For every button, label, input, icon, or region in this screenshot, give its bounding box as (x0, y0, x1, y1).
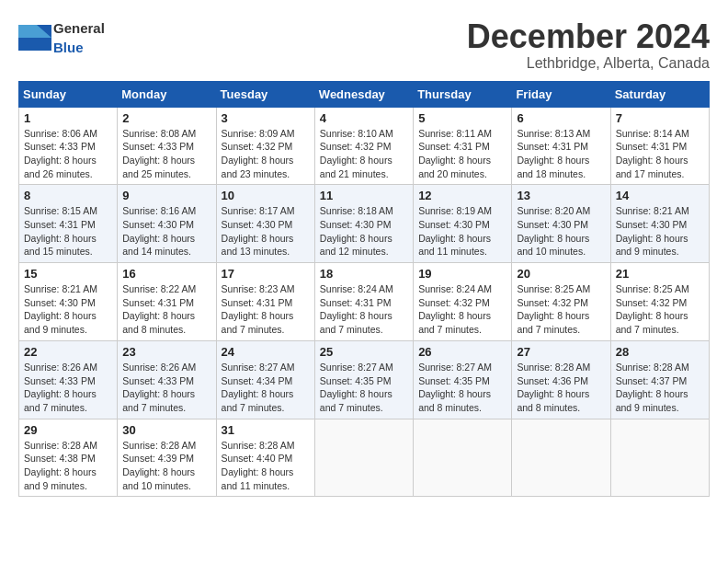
day-info: Sunrise: 8:23 AMSunset: 4:31 PMDaylight:… (222, 283, 295, 335)
calendar-cell: 12Sunrise: 8:19 AMSunset: 4:30 PMDayligh… (414, 185, 512, 263)
weekday-wednesday: Wednesday (314, 81, 413, 107)
calendar-cell: 7Sunrise: 8:14 AMSunset: 4:31 PMDaylight… (610, 107, 709, 185)
day-number: 20 (517, 267, 605, 281)
day-info: Sunrise: 8:18 AMSunset: 4:30 PMDaylight:… (320, 205, 393, 257)
day-number: 30 (122, 423, 210, 437)
calendar-cell: 23Sunrise: 8:26 AMSunset: 4:33 PMDayligh… (118, 340, 216, 419)
day-info: Sunrise: 8:26 AMSunset: 4:33 PMDaylight:… (122, 362, 196, 413)
calendar-cell: 21Sunrise: 8:25 AMSunset: 4:32 PMDayligh… (610, 263, 709, 341)
day-info: Sunrise: 8:25 AMSunset: 4:32 PMDaylight:… (517, 283, 590, 335)
day-number: 27 (517, 345, 605, 359)
calendar-cell: 14Sunrise: 8:21 AMSunset: 4:30 PMDayligh… (610, 185, 709, 263)
svg-rect-0 (18, 38, 51, 51)
day-info: Sunrise: 8:17 AMSunset: 4:30 PMDaylight:… (222, 205, 295, 257)
day-number: 9 (122, 189, 210, 202)
calendar-cell: 29Sunrise: 8:28 AMSunset: 4:38 PMDayligh… (19, 419, 118, 497)
calendar-cell: 22Sunrise: 8:26 AMSunset: 4:33 PMDayligh… (19, 340, 118, 419)
calendar-cell: 19Sunrise: 8:24 AMSunset: 4:32 PMDayligh… (414, 263, 512, 341)
calendar-cell: 5Sunrise: 8:11 AMSunset: 4:31 PMDaylight… (414, 107, 512, 185)
day-info: Sunrise: 8:24 AMSunset: 4:32 PMDaylight:… (418, 283, 492, 335)
calendar-table: SundayMondayTuesdayWednesdayThursdayFrid… (18, 81, 710, 498)
day-number: 4 (320, 111, 408, 125)
day-number: 14 (616, 189, 704, 202)
calendar-cell (314, 419, 413, 497)
day-number: 5 (418, 111, 506, 125)
weekday-header-row: SundayMondayTuesdayWednesdayThursdayFrid… (19, 81, 710, 107)
day-number: 10 (222, 189, 310, 202)
calendar-cell: 27Sunrise: 8:28 AMSunset: 4:36 PMDayligh… (512, 340, 610, 419)
day-number: 11 (320, 189, 408, 202)
day-number: 12 (418, 189, 506, 202)
calendar-body: 1Sunrise: 8:06 AMSunset: 4:33 PMDaylight… (19, 107, 710, 497)
week-row-2: 8Sunrise: 8:15 AMSunset: 4:31 PMDaylight… (19, 185, 710, 263)
day-info: Sunrise: 8:08 AMSunset: 4:33 PMDaylight:… (122, 128, 196, 179)
day-info: Sunrise: 8:11 AMSunset: 4:31 PMDaylight:… (418, 128, 492, 179)
week-row-3: 15Sunrise: 8:21 AMSunset: 4:30 PMDayligh… (19, 263, 710, 341)
weekday-thursday: Thursday (414, 81, 512, 107)
day-info: Sunrise: 8:13 AMSunset: 4:31 PMDaylight:… (517, 128, 590, 179)
logo: General Blue (18, 18, 105, 57)
day-number: 6 (517, 111, 605, 125)
calendar-cell: 13Sunrise: 8:20 AMSunset: 4:30 PMDayligh… (512, 185, 610, 263)
calendar-cell: 2Sunrise: 8:08 AMSunset: 4:33 PMDaylight… (118, 107, 216, 185)
day-info: Sunrise: 8:28 AMSunset: 4:40 PMDaylight:… (222, 440, 295, 491)
day-info: Sunrise: 8:16 AMSunset: 4:30 PMDaylight:… (122, 205, 196, 257)
weekday-sunday: Sunday (19, 81, 118, 107)
day-info: Sunrise: 8:19 AMSunset: 4:30 PMDaylight:… (418, 205, 492, 257)
day-info: Sunrise: 8:21 AMSunset: 4:30 PMDaylight:… (24, 283, 97, 335)
title-block: December 2024 Lethbridge, Alberta, Canad… (467, 18, 710, 72)
day-info: Sunrise: 8:20 AMSunset: 4:30 PMDaylight:… (517, 205, 590, 257)
day-info: Sunrise: 8:21 AMSunset: 4:30 PMDaylight:… (616, 205, 689, 257)
month-title: December 2024 (467, 18, 710, 55)
day-number: 25 (320, 345, 408, 359)
calendar-cell: 1Sunrise: 8:06 AMSunset: 4:33 PMDaylight… (19, 107, 118, 185)
calendar-cell: 10Sunrise: 8:17 AMSunset: 4:30 PMDayligh… (216, 185, 314, 263)
calendar-cell: 20Sunrise: 8:25 AMSunset: 4:32 PMDayligh… (512, 263, 610, 341)
day-number: 26 (418, 345, 506, 359)
calendar-cell: 30Sunrise: 8:28 AMSunset: 4:39 PMDayligh… (118, 419, 216, 497)
day-info: Sunrise: 8:27 AMSunset: 4:35 PMDaylight:… (320, 362, 393, 413)
calendar-cell: 15Sunrise: 8:21 AMSunset: 4:30 PMDayligh… (19, 263, 118, 341)
calendar-cell: 25Sunrise: 8:27 AMSunset: 4:35 PMDayligh… (314, 340, 413, 419)
calendar-cell: 26Sunrise: 8:27 AMSunset: 4:35 PMDayligh… (414, 340, 512, 419)
day-number: 24 (222, 345, 310, 359)
day-info: Sunrise: 8:27 AMSunset: 4:34 PMDaylight:… (222, 362, 295, 413)
week-row-1: 1Sunrise: 8:06 AMSunset: 4:33 PMDaylight… (19, 107, 710, 185)
weekday-monday: Monday (118, 81, 216, 107)
weekday-tuesday: Tuesday (216, 81, 314, 107)
calendar-cell: 3Sunrise: 8:09 AMSunset: 4:32 PMDaylight… (216, 107, 314, 185)
calendar-cell: 18Sunrise: 8:24 AMSunset: 4:31 PMDayligh… (314, 263, 413, 341)
calendar-cell: 6Sunrise: 8:13 AMSunset: 4:31 PMDaylight… (512, 107, 610, 185)
day-info: Sunrise: 8:28 AMSunset: 4:37 PMDaylight:… (616, 362, 689, 413)
day-info: Sunrise: 8:09 AMSunset: 4:32 PMDaylight:… (222, 128, 295, 179)
day-number: 28 (616, 345, 704, 359)
header: General Blue December 2024 Lethbridge, A… (18, 18, 710, 72)
day-info: Sunrise: 8:06 AMSunset: 4:33 PMDaylight:… (24, 128, 97, 179)
day-info: Sunrise: 8:24 AMSunset: 4:31 PMDaylight:… (320, 283, 393, 335)
calendar-cell: 16Sunrise: 8:22 AMSunset: 4:31 PMDayligh… (118, 263, 216, 341)
day-number: 15 (24, 267, 112, 281)
weekday-friday: Friday (512, 81, 610, 107)
day-info: Sunrise: 8:25 AMSunset: 4:32 PMDaylight:… (616, 283, 689, 335)
day-info: Sunrise: 8:27 AMSunset: 4:35 PMDaylight:… (418, 362, 492, 413)
calendar-cell: 9Sunrise: 8:16 AMSunset: 4:30 PMDaylight… (118, 185, 216, 263)
day-number: 13 (517, 189, 605, 202)
logo-general: General (53, 20, 105, 36)
day-info: Sunrise: 8:10 AMSunset: 4:32 PMDaylight:… (320, 128, 393, 179)
day-info: Sunrise: 8:26 AMSunset: 4:33 PMDaylight:… (24, 362, 97, 413)
day-info: Sunrise: 8:14 AMSunset: 4:31 PMDaylight:… (616, 128, 689, 179)
day-number: 2 (122, 111, 210, 125)
day-number: 22 (24, 345, 112, 359)
calendar-cell (512, 419, 610, 497)
calendar-cell: 28Sunrise: 8:28 AMSunset: 4:37 PMDayligh… (610, 340, 709, 419)
location-title: Lethbridge, Alberta, Canada (467, 55, 710, 72)
day-info: Sunrise: 8:28 AMSunset: 4:38 PMDaylight:… (24, 440, 97, 491)
calendar-cell: 11Sunrise: 8:18 AMSunset: 4:30 PMDayligh… (314, 185, 413, 263)
day-number: 16 (122, 267, 210, 281)
calendar-cell: 17Sunrise: 8:23 AMSunset: 4:31 PMDayligh… (216, 263, 314, 341)
day-number: 23 (122, 345, 210, 359)
calendar-cell: 4Sunrise: 8:10 AMSunset: 4:32 PMDaylight… (314, 107, 413, 185)
day-info: Sunrise: 8:22 AMSunset: 4:31 PMDaylight:… (122, 283, 196, 335)
day-info: Sunrise: 8:15 AMSunset: 4:31 PMDaylight:… (24, 205, 97, 257)
day-number: 29 (24, 423, 112, 437)
